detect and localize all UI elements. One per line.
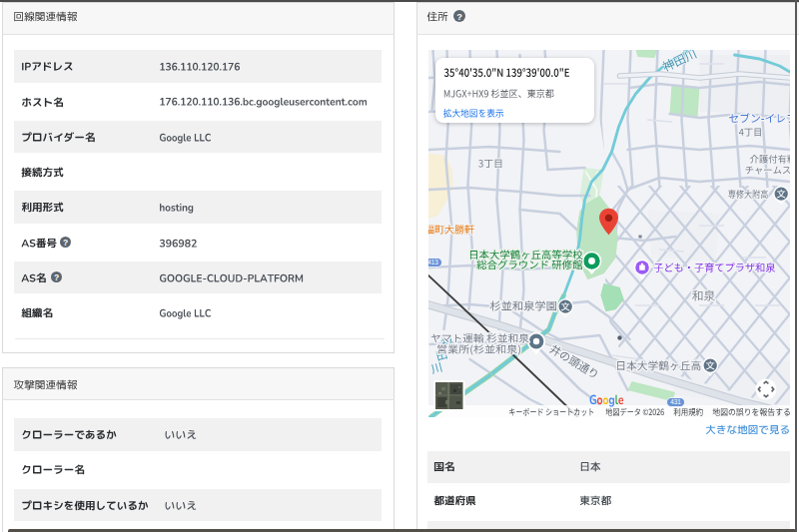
- svg-text:?: ?: [456, 12, 462, 22]
- svg-text:?: ?: [63, 237, 68, 247]
- svg-text:?: ?: [53, 272, 58, 282]
- svg-text:413: 413: [428, 259, 438, 266]
